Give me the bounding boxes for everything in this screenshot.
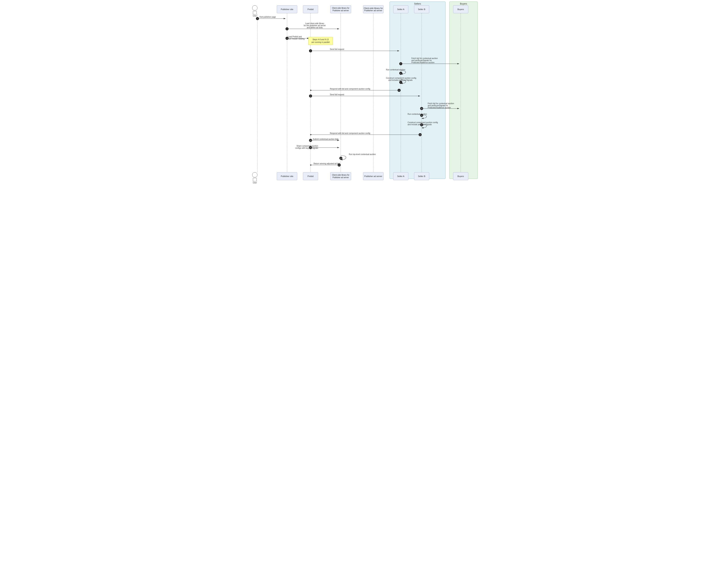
msg-14: Submit contextual auction bids [313, 138, 339, 140]
step-1: 1 [256, 17, 259, 20]
user-label-top: User [253, 15, 257, 17]
step-4: 4 [309, 49, 312, 52]
user-circle-bottom [252, 172, 257, 178]
step-6: 6 [399, 72, 402, 75]
msg-11: Run contextual auction [408, 113, 427, 115]
step-3: 3 [286, 37, 289, 40]
step-5: 5 [399, 62, 402, 65]
lifeline-publisher-site-bottom: Publisher site [277, 172, 297, 180]
lifeline-client-lib-top: Client-side library forPublisher ad serv… [330, 5, 351, 13]
lifeline-buyers-top: Buyers [453, 5, 468, 13]
user-body-bottom [253, 178, 257, 181]
msg-4: Send bid request [330, 48, 344, 50]
step-14: 14 [309, 139, 312, 142]
arrows-svg [246, 0, 482, 186]
user-body-top [253, 11, 257, 15]
msg-2: Load client-side libraryfor the publishe… [296, 22, 334, 29]
lifeline-client-lib-bottom: Client-side library forPublisher ad serv… [330, 172, 351, 180]
note-parallel: Steps 4-8 and 9-13are running in paralle… [308, 37, 333, 45]
lifeline-pub-ad-server-top: Client-side library for Publisher ad ser… [363, 5, 384, 13]
user-circle-top [252, 5, 257, 10]
msg-17: Return winning adjusted ad bid [314, 162, 340, 164]
step-15: 15 [309, 146, 312, 149]
lifeline-seller-b-bottom: Seller B [414, 172, 429, 180]
user-bottom: User [252, 172, 257, 184]
lifeline-publisher-site-top: Publisher site [277, 5, 297, 13]
lifeline-seller-a-top: Seller A [393, 5, 408, 13]
msg-10: Fetch bid for contextual auctionand perB… [428, 102, 466, 109]
lifeline-prebid-bottom: Prebid [303, 172, 318, 180]
lifeline-seller-a-bottom: Seller A [393, 172, 408, 180]
msg-16: Run top-level contextual auction [349, 153, 376, 155]
user-label-bottom: User [253, 182, 257, 184]
msg-13: Respond with bid and component auction c… [330, 132, 370, 134]
msg-9: Send bid request [330, 94, 344, 96]
msg-3: Load Prebid andstart header bidding [288, 36, 311, 40]
lifeline-buyers-bottom: Buyers [453, 172, 468, 180]
step-13: 13 [419, 133, 422, 136]
diagram-container: Sellers Buyers Publisher site Prebid Cli… [246, 0, 482, 186]
msg-1: Visit publisher page [259, 16, 276, 18]
lifeline-prebid-top: Prebid [303, 5, 318, 13]
msg-5: Fetch bid for contextual auctionand perB… [411, 57, 449, 63]
msg-7: Construct component auction configand in… [386, 77, 413, 81]
step-12: 12 [420, 123, 423, 126]
step-11: 11 [420, 114, 423, 117]
step-7: 7 [399, 81, 402, 84]
step-16: 16 [339, 157, 342, 160]
msg-8: Respond with bid and component auction c… [330, 88, 370, 90]
step-10: 10 [420, 107, 423, 110]
user-top: User [252, 5, 257, 17]
msg-15: Share component auctionconfigs with buye… [293, 145, 318, 149]
buyers-region: Buyers [449, 1, 478, 179]
lifeline-pub-ad-server-bottom: Publisher ad server [363, 172, 384, 180]
step-9: 9 [309, 95, 312, 98]
step-17: 17 [338, 163, 341, 167]
lifeline-seller-b-top: Seller B [414, 5, 429, 13]
step-2: 2 [286, 27, 289, 30]
step-8: 8 [397, 89, 400, 92]
msg-6: Run contextual auction [386, 69, 405, 71]
